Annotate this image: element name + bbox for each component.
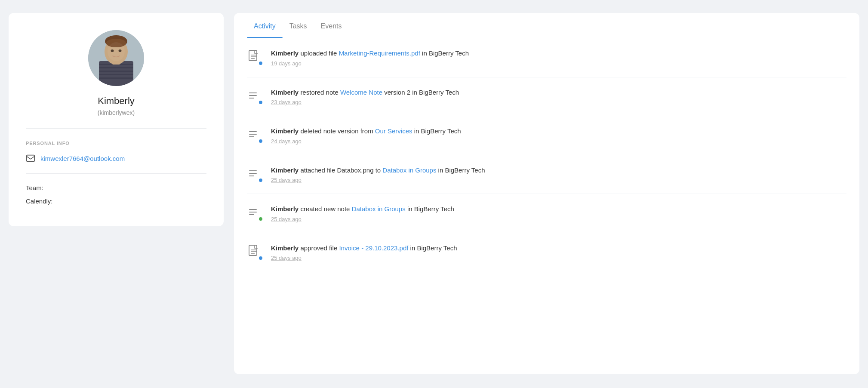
activity-icon-wrap <box>247 205 263 222</box>
profile-name: Kimberly <box>98 95 135 107</box>
activity-text: Kimberly attached file Databox.png to Da… <box>271 166 846 176</box>
activity-link[interactable]: Databox in Groups <box>382 166 436 174</box>
activity-dot <box>258 256 263 261</box>
team-item: Team: <box>26 184 53 191</box>
activity-text: Kimberly deleted note version from Our S… <box>271 126 846 136</box>
tabs-row: Activity Tasks Events <box>234 13 859 38</box>
activity-time: 25 days ago <box>271 177 846 183</box>
activity-item: Kimberly created new note Databox in Gro… <box>247 194 846 233</box>
activity-icon-wrap <box>247 166 263 183</box>
avatar-image <box>88 30 144 86</box>
actor: Kimberly <box>271 127 299 135</box>
svg-rect-14 <box>27 155 34 162</box>
profile-username: (kimberlywex) <box>98 109 135 116</box>
avatar <box>88 30 144 86</box>
activity-link[interactable]: Welcome Note <box>340 89 382 96</box>
activity-dot <box>258 61 263 66</box>
svg-rect-4 <box>99 71 133 72</box>
activity-text: Kimberly created new note Databox in Gro… <box>271 204 846 214</box>
activity-content: Kimberly approved file Invoice - 29.10.2… <box>271 243 846 262</box>
activity-item: Kimberly attached file Databox.png to Da… <box>247 155 846 194</box>
svg-point-13 <box>108 42 125 61</box>
divider-2 <box>26 173 206 174</box>
activity-list: Kimberly uploaded file Marketing-Require… <box>234 38 859 271</box>
activity-item: Kimberly deleted note version from Our S… <box>247 116 846 155</box>
team-label: Team: <box>26 184 43 191</box>
activity-panel: Activity Tasks Events K <box>234 13 859 374</box>
svg-rect-3 <box>99 67 133 68</box>
meta-row: Team: Calendly: <box>26 184 53 205</box>
svg-rect-5 <box>99 74 133 75</box>
svg-rect-6 <box>99 77 133 79</box>
activity-time: 25 days ago <box>271 255 846 261</box>
activity-icon-wrap <box>247 127 263 144</box>
tab-tasks[interactable]: Tasks <box>283 13 314 38</box>
calendly-item: Calendly: <box>26 197 53 205</box>
activity-text: Kimberly uploaded file Marketing-Require… <box>271 49 846 59</box>
activity-item: Kimberly approved file Invoice - 29.10.2… <box>247 233 846 272</box>
email-link[interactable]: kimwexler7664@outlook.com <box>40 155 125 162</box>
divider-1 <box>26 128 206 129</box>
tab-events[interactable]: Events <box>314 13 349 38</box>
actor: Kimberly <box>271 89 299 96</box>
activity-text: Kimberly approved file Invoice - 29.10.2… <box>271 243 846 253</box>
activity-time: 23 days ago <box>271 99 846 105</box>
activity-dot <box>258 139 263 144</box>
svg-rect-15 <box>249 50 257 61</box>
activity-item: Kimberly uploaded file Marketing-Require… <box>247 38 846 77</box>
activity-item: Kimberly restored note Welcome Note vers… <box>247 77 846 117</box>
activity-time: 24 days ago <box>271 138 846 145</box>
activity-dot <box>258 178 263 183</box>
activity-link[interactable]: Our Services <box>375 127 412 135</box>
activity-link[interactable]: Databox in Groups <box>352 205 406 212</box>
activity-time: 25 days ago <box>271 216 846 222</box>
activity-content: Kimberly attached file Databox.png to Da… <box>271 166 846 184</box>
actor: Kimberly <box>271 244 299 252</box>
email-icon <box>26 154 35 163</box>
activity-time: 19 days ago <box>271 60 846 67</box>
activity-dot <box>258 100 263 105</box>
tab-activity[interactable]: Activity <box>247 13 283 38</box>
personal-info-label: PERSONAL INFO <box>26 141 70 146</box>
actor: Kimberly <box>271 166 299 174</box>
activity-content: Kimberly created new note Databox in Gro… <box>271 204 846 222</box>
activity-dot <box>258 216 263 222</box>
activity-text: Kimberly restored note Welcome Note vers… <box>271 88 846 98</box>
email-row: kimwexler7664@outlook.com <box>26 154 125 163</box>
activity-content: Kimberly uploaded file Marketing-Require… <box>271 49 846 67</box>
svg-rect-31 <box>249 245 257 256</box>
activity-content: Kimberly restored note Welcome Note vers… <box>271 88 846 106</box>
activity-icon-wrap <box>247 49 263 66</box>
actor: Kimberly <box>271 205 299 212</box>
activity-link[interactable]: Marketing-Requirements.pdf <box>339 49 420 57</box>
activity-link[interactable]: Invoice - 29.10.2023.pdf <box>339 244 408 252</box>
actor: Kimberly <box>271 49 299 57</box>
activity-content: Kimberly deleted note version from Our S… <box>271 126 846 145</box>
profile-card: Kimberly (kimberlywex) PERSONAL INFO kim… <box>9 13 224 226</box>
calendly-label: Calendly: <box>26 197 53 205</box>
activity-icon-wrap <box>247 244 263 261</box>
activity-icon-wrap <box>247 89 263 105</box>
